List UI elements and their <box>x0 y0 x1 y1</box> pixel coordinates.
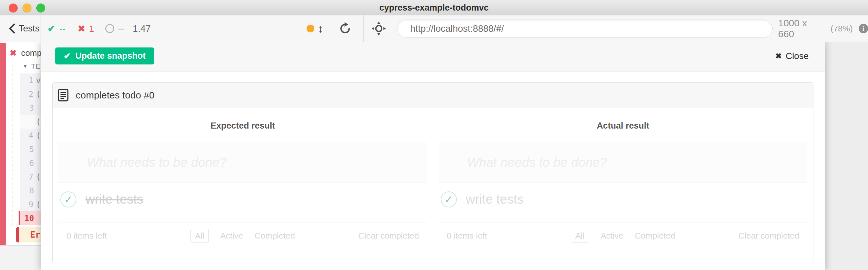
todo-input-row: What needs to be done? <box>439 142 807 183</box>
status-dot <box>307 25 314 32</box>
viewport-scale: (78%) <box>831 24 852 34</box>
filter-all: All <box>571 229 589 243</box>
viewport-resize-icon[interactable]: ↕ <box>318 23 323 35</box>
update-snapshot-button[interactable]: ✔ Update snapshot <box>55 47 154 64</box>
failed-x-icon: ✖ <box>78 24 85 34</box>
pending-circle-icon <box>105 24 114 33</box>
filter-active: Active <box>600 231 623 241</box>
snapshot-dialog-body: completes todo #0 Expected result What n… <box>41 71 825 263</box>
code-line: 3 <box>20 101 41 115</box>
stat-passed: ✔ -- <box>48 24 65 34</box>
error-banner: Error: <box>16 227 41 242</box>
code-line: 2( <box>20 87 41 101</box>
caret-down-icon: ▼ <box>23 63 28 70</box>
reload-icon[interactable] <box>339 23 351 35</box>
failed-test-strip <box>0 43 6 245</box>
minimize-window-button[interactable] <box>23 3 31 12</box>
filter-completed: Completed <box>635 231 675 241</box>
url-text: http://localhost:8888/#/ <box>410 24 504 34</box>
code-line: 1v <box>20 73 41 87</box>
viewport-size: 1000 x 660 <box>778 18 825 39</box>
close-window-button[interactable] <box>9 3 18 12</box>
code-line: 4( <box>20 129 41 142</box>
code-line: 8 <box>20 184 41 198</box>
window-title: cypress-example-todomvc <box>379 3 489 13</box>
code-line: 7( <box>20 170 41 184</box>
test-title-clipped: compl <box>21 48 41 58</box>
error-label: Error: <box>30 230 41 240</box>
filter-active: Active <box>220 231 243 241</box>
toolbar-divider <box>363 15 364 42</box>
todo-input-placeholder: What needs to be done? <box>467 155 607 170</box>
viewport-info: 1000 x 660 (78%) i <box>778 18 868 39</box>
close-label: Close <box>785 51 809 61</box>
todo-toggle-check-icon: ✓ <box>441 192 457 207</box>
expected-pane: Expected result What needs to be done? ✓… <box>53 108 433 248</box>
code-line: 6 <box>20 156 41 170</box>
pending-count: -- <box>118 24 124 34</box>
todo-footer: 0 items left All Active Completed Clear … <box>58 223 427 248</box>
stat-pending: -- <box>105 24 124 34</box>
filter-completed: Completed <box>254 231 295 241</box>
todo-item-row: ✓ write tests <box>58 183 427 216</box>
passed-check-icon: ✔ <box>48 24 55 34</box>
test-fail-x-icon: ✖ <box>10 48 17 58</box>
snapshot-test-header: completes todo #0 <box>53 83 813 108</box>
back-to-tests-button[interactable]: Tests <box>8 24 39 34</box>
tests-label: Tests <box>19 24 39 34</box>
snapshot-dialog-header: ✔ Update snapshot ✖ Close <box>41 41 825 71</box>
failed-test-row[interactable]: ✖ compl <box>10 48 41 58</box>
indent-guide <box>12 62 13 226</box>
toolbar-divider <box>40 15 40 42</box>
expected-snapshot-preview: What needs to be done? ✓ write tests 0 i… <box>58 142 427 248</box>
passed-count: -- <box>59 24 65 34</box>
items-left-label: 0 items left <box>66 231 107 241</box>
cypress-toolbar: Tests ✔ -- ✖ 1 -- 1.47 ↕ <box>0 15 868 42</box>
items-left-label: 0 items left <box>447 231 487 241</box>
toolbar-divider <box>156 15 156 42</box>
update-snapshot-label: Update snapshot <box>75 51 146 61</box>
todo-toggle-check-icon: ✓ <box>60 192 76 207</box>
expected-heading: Expected result <box>53 121 433 131</box>
check-icon: ✔ <box>64 51 71 61</box>
todo-filters: All Active Completed <box>571 229 675 243</box>
todo-item-row: ✓ write tests <box>439 183 807 216</box>
snapshot-box: completes todo #0 Expected result What n… <box>52 82 813 263</box>
info-icon[interactable]: i <box>859 24 868 33</box>
todo-footer: 0 items left All Active Completed Clear … <box>439 223 807 248</box>
todo-input-placeholder: What needs to be done? <box>87 155 227 170</box>
code-line-error: 10 <box>19 211 41 225</box>
window-titlebar: cypress-example-todomvc <box>0 0 868 16</box>
zoom-window-button[interactable] <box>36 3 45 12</box>
test-duration: 1.47 <box>128 24 156 34</box>
comparison-panes: Expected result What needs to be done? ✓… <box>53 108 813 248</box>
suite-toggle[interactable]: ▼ TES <box>23 62 41 71</box>
app-window: ✖ compl ▼ TES 1v 2( 3 ( 4( 5 6 7( 8 9( 1… <box>0 0 868 270</box>
test-title: completes todo #0 <box>76 90 154 101</box>
todo-input-row: What needs to be done? <box>58 142 427 183</box>
actual-snapshot-preview: What needs to be done? ✓ write tests 0 i… <box>439 142 807 248</box>
clear-completed-label: Clear completed <box>738 231 799 241</box>
address-bar[interactable]: http://localhost:8888/#/ <box>397 20 773 37</box>
code-line: 5 <box>20 142 41 156</box>
chevron-left-icon <box>8 24 16 34</box>
code-line: 9( <box>20 198 41 211</box>
close-button[interactable]: ✖ Close <box>773 50 810 62</box>
clear-completed-label: Clear completed <box>358 231 419 241</box>
suite-label: TES <box>31 62 41 71</box>
failed-count: 1 <box>89 24 94 34</box>
filter-all: All <box>191 229 209 243</box>
code-frame: 1v 2( 3 ( 4( 5 6 7( 8 9( 10 <box>20 73 41 225</box>
reporter-sidebar: ✖ compl ▼ TES 1v 2( 3 ( 4( 5 6 7( 8 9( 1… <box>0 42 41 270</box>
stat-failed: ✖ 1 <box>78 24 94 34</box>
selector-playground-crosshair-icon[interactable] <box>372 22 386 36</box>
actual-heading: Actual result <box>433 121 813 131</box>
todo-filters: All Active Completed <box>191 229 295 243</box>
actual-pane: Actual result What needs to be done? ✓ w… <box>433 108 813 248</box>
traffic-lights <box>9 3 45 12</box>
document-icon <box>58 89 69 102</box>
close-icon: ✖ <box>775 52 782 61</box>
code-line: ( <box>20 115 41 129</box>
snapshot-dialog: ✔ Update snapshot ✖ Close comple <box>41 41 825 270</box>
reporter-footer <box>0 245 41 270</box>
